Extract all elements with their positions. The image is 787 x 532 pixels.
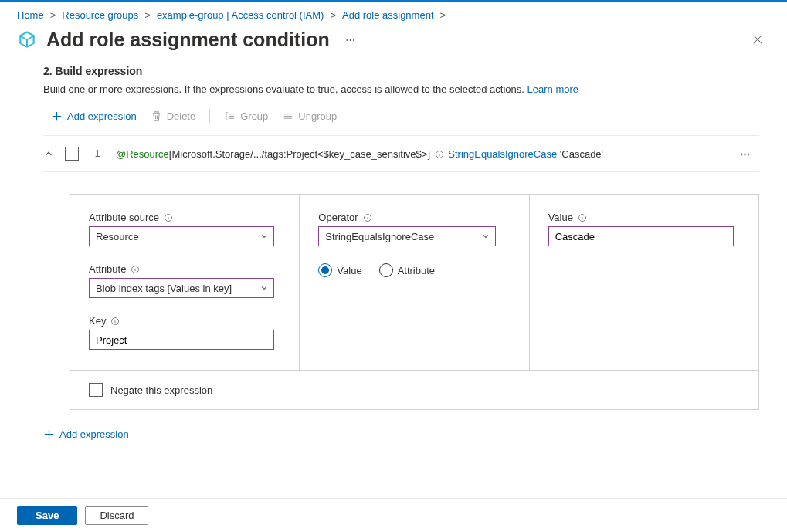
info-icon[interactable] bbox=[164, 213, 173, 222]
radio-value[interactable]: Value bbox=[318, 263, 361, 277]
title-more-menu[interactable]: ⋯ bbox=[339, 34, 361, 46]
footer-bar: Save Discard bbox=[0, 498, 787, 532]
toolbar-divider bbox=[209, 109, 210, 123]
card-footer: Negate this expression bbox=[70, 370, 758, 409]
group-button: Group bbox=[224, 110, 268, 122]
trash-icon bbox=[151, 110, 162, 122]
breadcrumb-resource-groups[interactable]: Resource groups bbox=[62, 9, 138, 21]
attribute-source-label: Attribute source bbox=[89, 212, 280, 223]
breadcrumb-home[interactable]: Home bbox=[17, 9, 44, 21]
expression-editor-card: Attribute source Resource Attribute Blob bbox=[70, 194, 759, 410]
ungroup-button: Ungroup bbox=[282, 110, 337, 122]
breadcrumb-add-role-assignment[interactable]: Add role assignment bbox=[342, 9, 434, 21]
delete-label: Delete bbox=[167, 110, 196, 122]
close-button[interactable] bbox=[745, 27, 770, 52]
ungroup-label: Ungroup bbox=[298, 110, 337, 122]
negate-checkbox[interactable] bbox=[89, 383, 103, 397]
discard-button[interactable]: Discard bbox=[85, 506, 148, 525]
info-icon[interactable] bbox=[435, 150, 444, 159]
radio-attribute[interactable]: Attribute bbox=[379, 263, 435, 277]
negate-label: Negate this expression bbox=[110, 385, 212, 396]
add-expression-label: Add expression bbox=[67, 110, 137, 122]
expr-operator: StringEqualsIgnoreCase bbox=[448, 148, 557, 160]
operand-type-radio-group: Value Attribute bbox=[318, 263, 510, 277]
breadcrumb: Home > Resource groups > example-group |… bbox=[0, 2, 787, 25]
attribute-column: Attribute source Resource Attribute Blob bbox=[70, 195, 300, 370]
radio-circle-icon bbox=[379, 263, 393, 277]
expression-text: @Resource[Microsoft.Storage/.../tags:Pro… bbox=[116, 148, 603, 160]
attribute-label-text: Attribute bbox=[89, 263, 126, 275]
group-icon bbox=[224, 110, 236, 122]
content-scroll[interactable]: 2. Build expression Build one or more ex… bbox=[0, 65, 787, 498]
plus-icon bbox=[43, 429, 55, 440]
ungroup-icon bbox=[282, 110, 293, 122]
value-label-text: Value bbox=[548, 212, 573, 223]
key-label: Key bbox=[89, 315, 280, 327]
expression-row: 1 @Resource[Microsoft.Storage/.../tags:P… bbox=[43, 135, 759, 172]
section-desc-text: Build one or more expressions. If the ex… bbox=[43, 83, 527, 95]
info-icon[interactable] bbox=[110, 317, 120, 326]
expr-value: 'Cascade' bbox=[560, 148, 603, 160]
breadcrumb-separator: > bbox=[50, 9, 56, 21]
attribute-value: Blob index tags [Values in key] bbox=[96, 283, 232, 294]
section-heading: 2. Build expression bbox=[43, 65, 759, 77]
key-input[interactable] bbox=[89, 330, 274, 350]
attribute-source-label-text: Attribute source bbox=[89, 212, 159, 223]
add-expression-button[interactable]: Add expression bbox=[51, 110, 137, 122]
radio-attribute-label: Attribute bbox=[398, 265, 435, 276]
attribute-select[interactable]: Blob index tags [Values in key] bbox=[89, 278, 274, 298]
section-description: Build one or more expressions. If the ex… bbox=[43, 83, 759, 95]
chevron-down-icon bbox=[260, 283, 269, 293]
expr-resource-token: @Resource bbox=[116, 148, 169, 160]
operator-column: Operator StringEqualsIgnoreCase Value bbox=[300, 195, 529, 370]
breadcrumb-example-group[interactable]: example-group | Access control (IAM) bbox=[157, 9, 324, 21]
expression-index: 1 bbox=[90, 148, 105, 159]
delete-button: Delete bbox=[151, 110, 196, 122]
expr-path: [Microsoft.Storage/.../tags:Project<$key… bbox=[169, 148, 430, 160]
title-row: Add role assignment condition ⋯ bbox=[0, 25, 787, 61]
cube-icon bbox=[17, 29, 37, 49]
attribute-source-value: Resource bbox=[96, 231, 139, 242]
add-expression-bottom: Add expression bbox=[43, 410, 759, 459]
operator-label: Operator bbox=[318, 212, 510, 223]
breadcrumb-separator: > bbox=[440, 9, 446, 21]
learn-more-link[interactable]: Learn more bbox=[527, 83, 578, 95]
attribute-label: Attribute bbox=[89, 263, 280, 275]
operator-select[interactable]: StringEqualsIgnoreCase bbox=[318, 226, 496, 246]
value-column: Value bbox=[530, 195, 758, 370]
operator-value: StringEqualsIgnoreCase bbox=[325, 231, 434, 242]
expression-checkbox[interactable] bbox=[65, 147, 79, 161]
radio-value-label: Value bbox=[337, 265, 361, 276]
breadcrumb-separator: > bbox=[144, 9, 151, 21]
add-expression-link[interactable]: Add expression bbox=[43, 429, 759, 440]
breadcrumb-separator: > bbox=[330, 9, 336, 21]
plus-icon bbox=[51, 110, 63, 122]
page-title: Add role assignment condition bbox=[46, 29, 330, 51]
info-icon[interactable] bbox=[363, 213, 372, 222]
radio-circle-icon bbox=[318, 263, 332, 277]
value-input[interactable] bbox=[548, 226, 734, 246]
collapse-icon[interactable] bbox=[43, 148, 54, 159]
expression-toolbar: Add expression Delete Group Ungroup bbox=[43, 106, 759, 135]
info-icon[interactable] bbox=[131, 265, 140, 274]
chevron-down-icon bbox=[481, 232, 490, 241]
value-label: Value bbox=[548, 212, 740, 223]
save-button[interactable]: Save bbox=[17, 506, 77, 525]
chevron-down-icon bbox=[260, 232, 269, 241]
group-label: Group bbox=[240, 110, 268, 122]
expression-row-menu[interactable]: ⋯ bbox=[740, 148, 751, 160]
attribute-source-select[interactable]: Resource bbox=[89, 226, 274, 246]
close-icon bbox=[752, 34, 763, 45]
add-expression-link-label: Add expression bbox=[59, 429, 129, 440]
operator-label-text: Operator bbox=[318, 212, 358, 223]
key-label-text: Key bbox=[89, 315, 106, 327]
info-icon[interactable] bbox=[578, 213, 587, 222]
